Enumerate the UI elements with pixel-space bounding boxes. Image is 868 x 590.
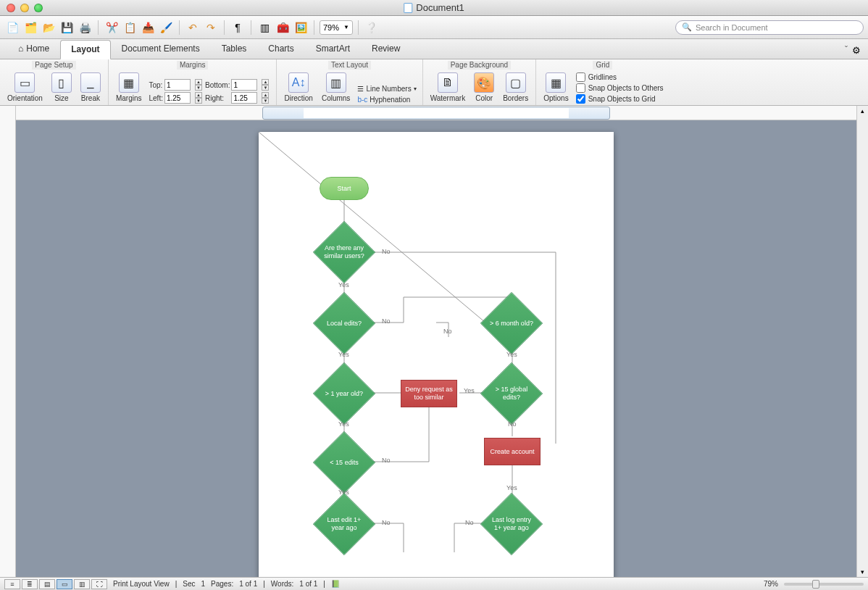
pilcrow-icon[interactable]: ¶ [230,20,246,36]
break-button[interactable]: ⎯Break [79,71,102,104]
spellcheck-icon[interactable]: 📗 [331,580,340,588]
decision-last-log: Last log entry 1+ year ago [485,498,538,550]
vertical-ruler[interactable] [0,106,16,577]
status-bar: ≡ ≣ ▤ ▭ ▥ ⛶ Print Layout View | Sec 1 Pa… [0,577,868,590]
standard-toolbar: 📄 🗂️ 📂 💾 🖨️ ✂️ 📋 📥 🖌️ ↶ ↷ ¶ ▥ 🧰 🖼️ 79%▼ … [0,16,868,39]
decision-last-edit: Last edit 1+ year ago [318,498,370,550]
horizontal-ruler[interactable] [16,106,856,120]
copy-icon[interactable]: 📋 [122,20,138,36]
svg-line-4 [259,132,485,323]
size-button[interactable]: ▯Size [50,71,73,104]
decision-fifteen-global: > 15 global edits? [485,367,538,420]
snap-grid-checkbox[interactable]: Snap Objects to Grid [576,94,664,104]
view-notebook-button[interactable]: ▥ [74,579,90,589]
zoom-select[interactable]: 79%▼ [320,20,353,35]
save-icon[interactable]: 💾 [59,20,75,36]
scroll-up-icon[interactable]: ▴ [861,107,864,115]
columns-button[interactable]: ▥Columns [320,71,351,104]
flowchart: Start Are there any similar users? No Ye… [259,132,614,577]
view-fullscreen-button[interactable]: ⛶ [91,579,107,589]
gridlines-checkbox[interactable]: Gridlines [576,72,664,82]
flowchart-start: Start [320,177,369,200]
margins-button[interactable]: ▦Margins [114,71,143,104]
close-window-button[interactable] [7,4,15,12]
grid-options-button[interactable]: ▦Options [542,71,569,104]
decision-lt15-edits: < 15 edits [318,436,370,489]
snap-others-checkbox[interactable]: Snap Objects to Others [576,83,664,93]
scroll-down-icon[interactable]: ▾ [861,568,864,576]
collapse-ribbon-icon[interactable]: ˇ [845,45,848,56]
document-canvas[interactable]: Start Are there any similar users? No Ye… [16,120,856,577]
group-page-setup-title: Page Setup [32,61,75,70]
margin-left-input[interactable] [164,92,191,104]
document-icon [404,3,412,13]
tab-review[interactable]: Review [361,39,411,59]
zoom-slider[interactable] [784,583,864,586]
line-numbers-button[interactable]: ☰Line Numbers▾ [357,85,416,93]
paste-icon[interactable]: 📥 [140,20,156,36]
zoom-window-button[interactable] [34,4,43,12]
cut-icon[interactable]: ✂️ [104,20,120,36]
margin-bottom-spinner[interactable]: ▲▼ [262,79,269,91]
media-icon[interactable]: 🖼️ [293,20,309,36]
redo-icon[interactable]: ↷ [203,20,219,36]
tab-home[interactable]: ⌂Home [7,39,60,59]
search-input[interactable]: 🔍 Search in Document [675,20,864,35]
view-publishing-button[interactable]: ▤ [39,579,55,589]
margin-right-input[interactable] [231,92,257,104]
print-icon[interactable]: 🖨️ [77,20,93,36]
document-area: Start Are there any similar users? No Ye… [0,106,868,577]
search-icon: 🔍 [682,22,692,32]
group-margins-title: Margins [177,61,209,70]
decision-six-month: > 6 month old? [485,297,538,349]
tab-smartart[interactable]: SmartArt [305,39,361,59]
tab-tables[interactable]: Tables [211,39,258,59]
process-create: Create account [484,438,541,465]
undo-icon[interactable]: ↶ [185,20,201,36]
new-doc-icon[interactable]: 📄 [4,20,20,36]
watermark-button[interactable]: 🗎Watermark [429,71,467,104]
open-icon[interactable]: 📂 [41,20,57,36]
margin-left-spinner[interactable]: ▲▼ [195,92,202,104]
page: Start Are there any similar users? No Ye… [259,132,614,577]
tab-layout[interactable]: Layout [60,40,110,59]
tab-document-elements[interactable]: Document Elements [111,39,211,59]
flowchart-edges [259,132,614,577]
group-text-layout-title: Text Layout [328,61,371,70]
group-page-bg-title: Page Background [448,61,512,70]
ribbon-settings-icon[interactable]: ⚙ [852,45,861,56]
ribbon-tabs: ⌂Home Layout Document Elements Tables Ch… [0,39,868,59]
process-deny: Deny request as too similar [401,380,457,407]
view-draft-button[interactable]: ≡ [4,579,20,589]
decision-similar-users: Are there any similar users? [318,226,370,278]
zoom-readout: 79% [764,580,778,588]
direction-button[interactable]: A↕Direction [283,71,314,104]
borders-button[interactable]: ▢Borders [501,71,530,104]
orientation-button[interactable]: ▭Orientation [6,71,44,104]
window-title: Document1 [416,2,464,13]
view-print-layout-button[interactable]: ▭ [57,579,72,589]
home-icon: ⌂ [18,43,23,54]
margin-right-spinner[interactable]: ▲▼ [262,92,269,104]
format-painter-icon[interactable]: 🖌️ [158,20,174,36]
title-bar: Document1 [0,0,868,16]
view-label: Print Layout View [113,580,170,588]
ribbon-panel: Page Setup ▭Orientation ▯Size ⎯Break Mar… [0,59,868,106]
group-grid-title: Grid [593,61,612,70]
margin-top-spinner[interactable]: ▲▼ [195,79,202,91]
minimize-window-button[interactable] [20,4,29,12]
toolbox-icon[interactable]: 🧰 [275,20,291,36]
decision-local-edits: Local edits? [318,297,370,349]
tab-charts[interactable]: Charts [257,39,304,59]
decision-one-year: > 1 year old? [318,367,370,420]
margin-bottom-input[interactable] [231,79,257,91]
page-color-button[interactable]: 🎨Color [472,71,496,104]
hyphenation-button[interactable]: b-cHyphenation [357,96,416,104]
template-icon[interactable]: 🗂️ [22,20,38,36]
sidebar-icon[interactable]: ▥ [256,20,272,36]
margin-top-input[interactable] [164,79,191,91]
view-outline-button[interactable]: ≣ [22,579,38,589]
help-icon[interactable]: ❔ [364,20,380,36]
vertical-scrollbar[interactable]: ▴ ▾ [856,106,868,577]
